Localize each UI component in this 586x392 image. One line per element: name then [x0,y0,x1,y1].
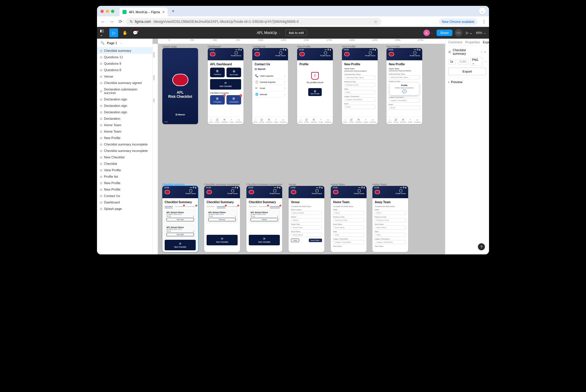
nav-item[interactable]: +Profile [408,118,412,123]
preview-toggle-icon[interactable]: ▸ [448,81,450,83]
frame-new-profile[interactable]: 19:02••• ⦿ ▮ Profile Name New ProfileHom… [342,48,378,124]
new-profile-button[interactable]: ⊕New Profile [308,88,322,96]
forward-button[interactable]: → [109,19,115,24]
frame-team[interactable]: 19:02••• ⦿ ▮ Profile Name Home Team Comp… [331,186,367,252]
text-input[interactable]: Postal Code [291,225,322,230]
tab-unsubmitted[interactable]: Unsubmitted1 [228,206,238,208]
layer-item[interactable]: ⊞View Profile [97,167,152,173]
new-checklist-button[interactable]: ⟳New Checklist [207,235,238,245]
nav-item[interactable]: ⛨Checklists [266,118,272,123]
back-button[interactable]: ‹ Back [291,239,299,242]
search-icon[interactable]: 🔍 [100,41,105,45]
remove-export-icon[interactable]: − [481,50,482,54]
profile-indicator[interactable]: Profile Name [365,52,375,57]
profile-indicator[interactable]: Profile Name [185,189,196,194]
text-input[interactable]: Email [344,105,375,109]
nav-item[interactable]: ▭Guidelines [369,118,377,123]
profile-indicator[interactable]: Profile Name [227,189,238,194]
nav-item[interactable]: ▭Guidelines [414,118,421,123]
frame-contact[interactable]: 19:02••• ⦿ ▮ Profile Name Contact Us ⊡ M… [252,48,288,124]
new-tab-button[interactable]: + [172,8,174,14]
tabs-dropdown[interactable]: ⌄ [479,8,486,14]
profile-indicator[interactable]: Profile Name [354,189,364,194]
frame-checklist-unsubmitted[interactable]: 19:02••• ⦿ ▮ Profile Name Checklist Summ… [246,186,282,252]
nav-item[interactable]: +Profile [229,118,234,123]
frame-team[interactable]: 19:02••• ⦿ ▮ Profile Name Away Team Comp… [372,186,408,252]
reload-button[interactable]: ⟳ [117,19,123,24]
tile-new-profile[interactable]: ⊕New Profile [226,68,241,77]
back-button[interactable]: ← [100,19,106,24]
minimize-window[interactable] [106,10,109,13]
tab-submitted[interactable]: Submitted [165,206,173,208]
text-input[interactable]: Name [375,211,406,215]
canvas-area[interactable]: 0250500750100012501500175020002250250027… [153,39,445,254]
suffix-input[interactable]: Suffix [458,59,469,64]
profile-indicator[interactable]: Profile Name [275,52,286,57]
view-web-button[interactable]: View Web [166,233,194,236]
checklist-card[interactable]: AFL School Clinics 15 March 2024 13:23 V… [165,210,196,223]
file-name[interactable]: AFL MockUp [257,31,277,35]
layer-item[interactable]: ⊞Declaration sign [97,102,152,109]
tile-checklists[interactable]: ⛨Checklists [210,68,225,77]
frame-label[interactable]: Splash page [162,45,177,48]
nav-item[interactable]: ▭Guidelines [325,118,332,123]
add-export-icon[interactable]: + [484,50,486,54]
text-input[interactable]: League / Association [389,98,420,102]
text-input[interactable]: State [333,233,364,237]
text-input[interactable]: Position at Club [344,83,375,87]
tab-properties[interactable]: Properties [465,40,480,44]
export-button[interactable]: Export [448,68,486,75]
tab-incomplete[interactable]: Incomplete1 [175,206,183,208]
text-input[interactable]: Suburb [291,218,322,222]
dev-mode-button[interactable]: </> [455,29,462,37]
user-avatar[interactable]: L [423,30,430,36]
layer-item[interactable]: ⊞Declaration sign [97,109,152,115]
text-input[interactable]: Authorised Rep. Name [344,76,375,80]
site-info-icon[interactable]: ⇆ [130,20,132,23]
nav-item[interactable]: +Profile [319,118,323,123]
profile-indicator[interactable]: Profile Name [410,52,420,57]
layer-item[interactable]: ⊞Questions 9 [97,60,152,67]
text-input[interactable]: Email [389,106,420,110]
frame-venue[interactable]: 19:02••• ⦿ ▮ Profile Name Venue Complete… [289,186,324,252]
frame-label[interactable]: Contact Us [252,45,265,48]
nav-item[interactable]: ⛨Checklists [311,118,317,123]
new-checklist-button[interactable]: ⟳New Checklist [249,235,280,245]
browser-menu-icon[interactable]: ⋮ [482,19,486,24]
nav-item[interactable]: +Profile [364,118,368,123]
nav-item[interactable]: +Profile [274,118,278,123]
frame-checklist-summary[interactable]: 19:02••• ⦿ ▮ Profile Name Checklist Summ… [162,186,198,252]
tab-submitted[interactable]: Submitted [207,206,214,208]
layer-item[interactable]: ⊞New Profile [97,135,152,141]
contact-row[interactable]: 🌐Website› [255,91,286,97]
frame-label[interactable]: Venue [289,183,296,186]
nav-item[interactable]: ⌂Home [299,118,302,123]
frame-label[interactable]: Checklist summary incomplete [246,183,282,186]
profile-indicator[interactable]: Profile Name [396,189,406,194]
help-button[interactable]: ? [478,243,485,250]
profile-indicator[interactable]: Profile Name [231,52,241,57]
layer-item[interactable]: ⊞Venue [97,73,152,80]
text-input[interactable]: Position at Club [333,218,364,222]
layer-item[interactable]: ⊞Checklist summary incomplete [97,148,152,154]
frame-label[interactable]: Home Team [372,183,386,186]
nav-item[interactable]: ⌂Home [388,118,392,123]
tab-incomplete[interactable]: Incomplete1 [259,206,268,208]
bookmark-icon[interactable]: ☆ [374,19,378,24]
tab-unsubmitted[interactable]: Unsubmitted1 [186,206,196,208]
layer-item[interactable]: ⊞Splash page [97,206,152,212]
text-input[interactable]: Event Location [291,211,322,215]
layer-item[interactable]: ⊞New Profile [97,180,152,186]
nav-item[interactable]: @Contact [259,118,264,123]
layer-item[interactable]: ⊞Checklist summary [97,47,152,54]
text-input[interactable]: Venue Name [291,233,322,237]
resume-button[interactable]: Resume [208,218,236,221]
profile-indicator[interactable]: Profile Name [312,189,322,194]
layer-item[interactable]: ⊞Home Team [97,128,152,135]
view-web-button[interactable]: View Web [166,218,194,221]
text-input[interactable]: League / Association [333,240,364,244]
nav-item[interactable]: ▭Guidelines [235,118,242,123]
nav-item[interactable]: ▭Guidelines [280,118,287,123]
frame-new-profile-saved[interactable]: 19:02••• ⦿ ▮ Profile Name New Profile Ho… [386,48,422,124]
tab-submitted[interactable]: Submitted [249,206,257,208]
